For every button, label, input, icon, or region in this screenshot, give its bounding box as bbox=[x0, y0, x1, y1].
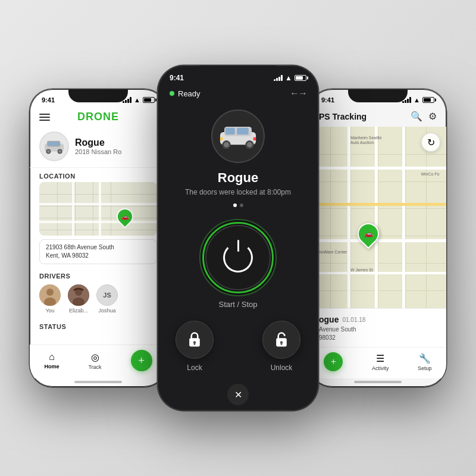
power-button-wrapper bbox=[199, 219, 277, 296]
arrow-icon: ←→ bbox=[290, 88, 306, 99]
lock-button[interactable]: Lock bbox=[176, 321, 214, 372]
ready-dot bbox=[170, 91, 174, 96]
car-info-left: Rogue 2018 Nissan Ro bbox=[75, 137, 121, 155]
phone-left: 9:41 ▲ DRONE bbox=[30, 89, 167, 387]
drivers-list: You Elizab... bbox=[30, 282, 167, 318]
wifi-icon-left: ▲ bbox=[134, 96, 140, 104]
driver-name-joshua: Joshua bbox=[98, 308, 115, 314]
address-line1: 21903 68th Avenue South bbox=[46, 243, 151, 252]
settings-icon[interactable]: ⚙ bbox=[428, 111, 437, 122]
home-indicator-left bbox=[74, 381, 122, 383]
power-symbol bbox=[223, 243, 253, 273]
gps-map: Manheim Seattle Auto Auction WinCo Fo Sh… bbox=[309, 127, 446, 308]
map-pin-left: 🚗 bbox=[117, 208, 133, 225]
ready-label: Ready bbox=[178, 89, 201, 98]
right-address-2: 98032 bbox=[319, 334, 437, 342]
lock-buttons: Lock Unlock bbox=[170, 321, 306, 372]
car-name-left: Rogue bbox=[75, 137, 121, 148]
bottom-nav-left: ⌂ Home ◎ Track + bbox=[30, 345, 167, 378]
start-stop-label: Start / Stop bbox=[218, 300, 257, 309]
svg-point-7 bbox=[58, 150, 61, 153]
nav-activity[interactable]: ☰ Activity bbox=[372, 353, 389, 371]
map-label-4: ShoWare Center bbox=[317, 250, 347, 254]
dots-indicator bbox=[233, 203, 243, 207]
bottom-nav-right: + ☰ Activity 🔧 Setup bbox=[309, 347, 446, 378]
driver-name-elizabeth: Elizab... bbox=[69, 308, 88, 314]
svg-point-21 bbox=[247, 142, 252, 148]
ready-indicator: Ready bbox=[170, 89, 201, 98]
car-svg-left bbox=[42, 138, 66, 155]
driver-avatar-you bbox=[39, 284, 61, 306]
fab-button-left[interactable]: + bbox=[131, 350, 152, 371]
driver-joshua: JS Joshua bbox=[96, 284, 118, 314]
map-pin-circle: 🚗 bbox=[113, 205, 137, 228]
svg-rect-29 bbox=[281, 342, 283, 345]
nav-setup[interactable]: 🔧 Setup bbox=[418, 353, 432, 371]
status-icons-center: ▲ bbox=[274, 74, 306, 82]
car-section: Rogue 2018 Nissan Ro bbox=[30, 128, 167, 168]
svg-point-19 bbox=[224, 142, 229, 148]
map-label-5: W James St bbox=[350, 268, 373, 272]
location-title: LOCATION bbox=[30, 168, 167, 182]
hamburger-menu[interactable] bbox=[39, 114, 50, 121]
time-left: 9:41 bbox=[42, 96, 55, 104]
nav-track[interactable]: ◎ Track bbox=[88, 352, 101, 370]
setup-label: Setup bbox=[418, 365, 432, 371]
vehicle-name-center: Rogue bbox=[218, 170, 258, 186]
time-right: 9:41 bbox=[321, 96, 334, 104]
battery-icon-center bbox=[295, 75, 306, 81]
close-button[interactable]: ✕ bbox=[227, 384, 249, 405]
svg-rect-16 bbox=[226, 128, 235, 135]
svg-point-5 bbox=[47, 150, 50, 153]
lock-icon bbox=[187, 331, 202, 349]
gps-pin: 🚗 bbox=[358, 223, 379, 245]
car-model-left: 2018 Nissan Ro bbox=[75, 148, 121, 155]
track-label: Track bbox=[88, 364, 101, 370]
right-header: PS Tracking 🔍 ⚙ bbox=[309, 107, 446, 127]
svg-rect-2 bbox=[48, 142, 53, 145]
activity-label: Activity bbox=[372, 365, 389, 371]
unlock-label: Unlock bbox=[271, 364, 293, 372]
notch-center bbox=[199, 65, 277, 83]
unlock-circle bbox=[262, 321, 300, 359]
right-address-1: Avenue South bbox=[319, 325, 437, 334]
setup-icon: 🔧 bbox=[419, 353, 431, 364]
close-icon: ✕ bbox=[234, 389, 242, 400]
battery-icon-left bbox=[143, 97, 155, 103]
car-avatar-left bbox=[39, 131, 69, 161]
notch-left bbox=[68, 89, 128, 102]
refresh-button[interactable]: ↻ bbox=[421, 133, 440, 152]
ready-bar: Ready ←→ bbox=[170, 86, 306, 105]
home-icon: ⌂ bbox=[49, 352, 55, 362]
driver-avatar-joshua: JS bbox=[96, 284, 118, 306]
wifi-icon-center: ▲ bbox=[285, 74, 292, 82]
address-line2: Kent, WA 98032 bbox=[46, 252, 151, 260]
right-info-row1: ogue 01.01.18 bbox=[319, 315, 437, 324]
right-header-icons: 🔍 ⚙ bbox=[411, 111, 437, 122]
time-center: 9:41 bbox=[170, 74, 184, 82]
svg-point-9 bbox=[46, 289, 54, 296]
vehicle-status-center: The doors were locked at 8:00pm bbox=[185, 188, 291, 196]
left-content: DRONE bbox=[30, 107, 167, 387]
lock-label: Lock bbox=[187, 364, 202, 372]
driver-elizabeth: Elizab... bbox=[68, 284, 89, 314]
search-icon[interactable]: 🔍 bbox=[411, 111, 422, 122]
dot-1 bbox=[233, 203, 237, 207]
fab-button-right[interactable]: + bbox=[324, 352, 343, 371]
svg-rect-26 bbox=[194, 342, 196, 345]
phone-right: 9:41 ▲ PS Tracking 🔍 ⚙ bbox=[309, 89, 446, 387]
unlock-button[interactable]: Unlock bbox=[262, 321, 300, 372]
svg-rect-3 bbox=[54, 142, 60, 145]
power-button[interactable] bbox=[223, 243, 253, 273]
gps-pin-car: 🚗 bbox=[364, 230, 372, 238]
home-label: Home bbox=[44, 364, 59, 369]
nav-home[interactable]: ⌂ Home bbox=[44, 352, 59, 369]
right-vehicle-date: 01.01.18 bbox=[342, 317, 365, 323]
map-label-1: Manheim Seattle bbox=[350, 136, 382, 140]
map-placeholder: 🚗 bbox=[39, 182, 157, 236]
driver-face-you bbox=[39, 284, 61, 306]
driver-face-elizabeth bbox=[68, 284, 89, 306]
svg-rect-22 bbox=[220, 137, 223, 140]
lock-circle bbox=[176, 321, 214, 359]
right-info-card: ogue 01.01.18 Avenue South 98032 bbox=[309, 308, 446, 347]
